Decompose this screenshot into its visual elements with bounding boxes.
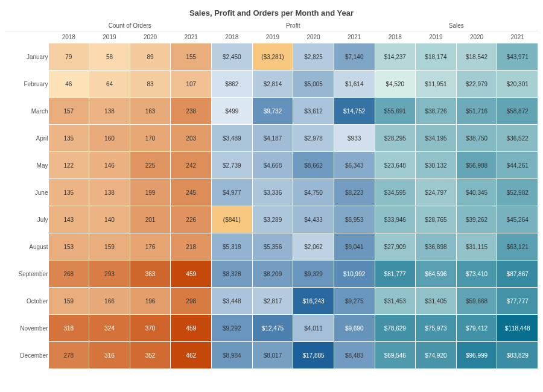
- cell-profit: $4,011: [293, 315, 334, 342]
- cell-profit: $9,732: [252, 98, 293, 125]
- cell-sales: $81,777: [375, 261, 416, 288]
- cell-profit: $2,739: [212, 152, 253, 179]
- cell-profit: $9,041: [334, 233, 375, 261]
- cell-sales: $28,295: [375, 125, 416, 152]
- cell-profit: $2,978: [293, 125, 334, 152]
- cell-profit: $2,062: [293, 233, 334, 261]
- cell-orders: 225: [130, 152, 171, 179]
- cell-profit: $8,662: [293, 152, 334, 179]
- month-label: May: [5, 152, 48, 179]
- cell-sales: $31,405: [416, 288, 457, 315]
- cell-sales: $44,261: [497, 152, 538, 179]
- cell-sales: $33,946: [375, 206, 416, 233]
- year-header: 2021: [334, 31, 375, 43]
- metric-header-row: Count of Orders Profit Sales: [5, 21, 538, 31]
- cell-orders: 226: [171, 206, 212, 233]
- year-header: 2018: [48, 31, 89, 43]
- cell-profit: $9,292: [212, 315, 253, 342]
- cell-orders: 138: [89, 98, 130, 125]
- month-label: September: [5, 261, 48, 288]
- month-label: January: [5, 43, 48, 71]
- cell-profit: $17,885: [293, 342, 334, 369]
- cell-sales: $55,691: [375, 98, 416, 125]
- cell-sales: $38,726: [416, 98, 457, 125]
- cell-orders: 146: [89, 152, 130, 179]
- year-header: 2019: [252, 31, 293, 43]
- cell-profit: $4,977: [212, 179, 253, 206]
- cell-sales: $78,629: [375, 315, 416, 342]
- cell-orders: 163: [130, 98, 171, 125]
- cell-orders: 278: [48, 342, 89, 369]
- cell-orders: 363: [130, 261, 171, 288]
- cell-profit: $10,992: [334, 261, 375, 288]
- cell-profit: $2,814: [252, 71, 293, 98]
- cell-sales: $22,979: [456, 71, 497, 98]
- cell-profit: ($841): [212, 206, 253, 233]
- cell-sales: $36,522: [497, 125, 538, 152]
- cell-orders: 201: [130, 206, 171, 233]
- cell-profit: $5,318: [212, 233, 253, 261]
- cell-sales: $79,412: [456, 315, 497, 342]
- cell-orders: 83: [130, 71, 171, 98]
- cell-orders: 462: [171, 342, 212, 369]
- cell-sales: $11,951: [416, 71, 457, 98]
- cell-profit: $933: [334, 125, 375, 152]
- month-label: November: [5, 315, 48, 342]
- cell-profit: $499: [212, 98, 253, 125]
- cell-profit: $3,336: [252, 179, 293, 206]
- cell-sales: $14,237: [375, 43, 416, 71]
- cell-profit: $8,209: [252, 261, 293, 288]
- cell-profit: $4,750: [293, 179, 334, 206]
- cell-profit: $4,433: [293, 206, 334, 233]
- cell-sales: $39,262: [456, 206, 497, 233]
- cell-orders: 170: [130, 125, 171, 152]
- cell-sales: $18,542: [456, 43, 497, 71]
- cell-sales: $23,648: [375, 152, 416, 179]
- cell-orders: 135: [48, 179, 89, 206]
- cell-sales: $43,971: [497, 43, 538, 71]
- cell-orders: 352: [130, 342, 171, 369]
- cell-orders: 196: [130, 288, 171, 315]
- cell-profit: $7,140: [334, 43, 375, 71]
- cell-sales: $69,546: [375, 342, 416, 369]
- cell-profit: $3,289: [252, 206, 293, 233]
- cell-orders: 153: [48, 233, 89, 261]
- cell-sales: $45,264: [497, 206, 538, 233]
- cell-orders: 370: [130, 315, 171, 342]
- cell-profit: $9,690: [334, 315, 375, 342]
- cell-sales: $73,410: [456, 261, 497, 288]
- cell-orders: 138: [89, 179, 130, 206]
- cell-orders: 140: [89, 206, 130, 233]
- cell-orders: 143: [48, 206, 89, 233]
- cell-sales: $58,872: [497, 98, 538, 125]
- cell-sales: $36,898: [416, 233, 457, 261]
- cell-sales: $87,867: [497, 261, 538, 288]
- cell-profit: $862: [212, 71, 253, 98]
- cell-orders: 268: [48, 261, 89, 288]
- cell-orders: 64: [89, 71, 130, 98]
- cell-profit: $1,614: [334, 71, 375, 98]
- cell-profit: $8,984: [212, 342, 253, 369]
- year-header: 2020: [456, 31, 497, 43]
- cell-sales: $59,668: [456, 288, 497, 315]
- cell-sales: $40,345: [456, 179, 497, 206]
- cell-sales: $118,448: [497, 315, 538, 342]
- cell-orders: 324: [89, 315, 130, 342]
- cell-profit: $5,005: [293, 71, 334, 98]
- cell-sales: $64,596: [416, 261, 457, 288]
- cell-orders: 155: [171, 43, 212, 71]
- metric-header-orders: Count of Orders: [48, 21, 212, 31]
- cell-orders: 199: [130, 179, 171, 206]
- year-header: 2018: [375, 31, 416, 43]
- cell-orders: 316: [89, 342, 130, 369]
- cell-orders: 159: [48, 288, 89, 315]
- cell-sales: $38,750: [456, 125, 497, 152]
- cell-orders: 159: [89, 233, 130, 261]
- cell-profit: $9,329: [293, 261, 334, 288]
- cell-orders: 89: [130, 43, 171, 71]
- cell-profit: ($3,281): [252, 43, 293, 71]
- cell-sales: $96,999: [456, 342, 497, 369]
- cell-orders: 79: [48, 43, 89, 71]
- cell-profit: $16,243: [293, 288, 334, 315]
- cell-orders: 293: [89, 261, 130, 288]
